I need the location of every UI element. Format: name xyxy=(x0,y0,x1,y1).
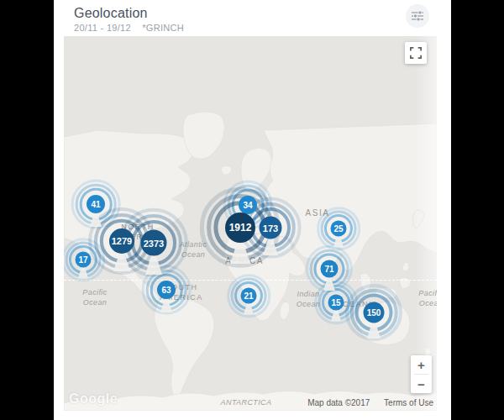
cluster-count: 71 xyxy=(321,260,339,278)
filter-tag: *GRINCH xyxy=(142,23,184,33)
terms-of-use-link[interactable]: Terms of Use xyxy=(384,398,433,407)
cluster-count: 150 xyxy=(364,302,385,323)
zoom-out-button[interactable]: − xyxy=(411,375,432,393)
cluster-count: 34 xyxy=(239,196,257,214)
cluster-count: 2373 xyxy=(141,230,167,256)
cluster-count: 1912 xyxy=(225,213,255,243)
map-canvas[interactable]: NORTH AMERICASOUTH AMERICAASIAAFRICAOCEA… xyxy=(64,36,437,411)
cluster-count: 17 xyxy=(76,252,92,268)
cluster-count: 15 xyxy=(328,295,344,311)
cluster-count: 41 xyxy=(87,195,105,213)
zoom-control: + − xyxy=(411,355,432,393)
cluster-count: 173 xyxy=(260,217,282,239)
map-data-copyright: Map data ©2017 xyxy=(307,398,370,407)
geolocation-card: Geolocation 20/11 - 19/12 *GRINCH xyxy=(54,0,451,420)
fullscreen-button[interactable] xyxy=(405,42,427,64)
card-header: Geolocation 20/11 - 19/12 *GRINCH xyxy=(54,0,451,36)
date-range: 20/11 - 19/12 xyxy=(74,23,131,33)
map-clusters-layer: 4117342563217115150173237312791912 xyxy=(64,36,437,411)
cluster-count: 1279 xyxy=(109,228,134,254)
fullscreen-icon xyxy=(410,47,422,59)
card-subtitle: 20/11 - 19/12 *GRINCH xyxy=(74,23,184,33)
cluster-count: 63 xyxy=(157,281,176,299)
map-attribution: Map data ©2017 Terms of Use xyxy=(307,398,433,407)
filter-button[interactable] xyxy=(406,4,429,28)
sliders-icon xyxy=(411,10,424,22)
page-title: Geolocation xyxy=(74,6,148,21)
google-logo[interactable]: Google xyxy=(69,391,118,407)
cluster-count: 21 xyxy=(241,288,257,304)
zoom-in-button[interactable]: + xyxy=(411,355,432,374)
cluster-count: 25 xyxy=(331,221,347,237)
